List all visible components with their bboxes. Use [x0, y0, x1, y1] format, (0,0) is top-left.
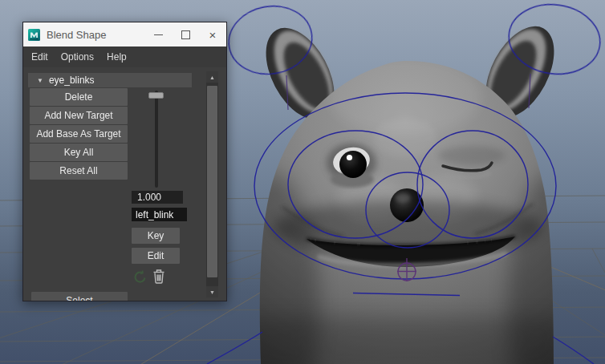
blend-shape-window: Blend Shape × Edit Options Help ▼ eye_bl…: [22, 22, 227, 301]
group-header-eye-blinks[interactable]: ▼ eye_blinks: [28, 73, 192, 87]
titlebar[interactable]: Blend Shape ×: [23, 22, 226, 47]
add-base-as-target-button[interactable]: Add Base As Target: [30, 125, 128, 143]
menu-help[interactable]: Help: [107, 47, 127, 67]
minimize-button[interactable]: [144, 22, 172, 47]
group-label: eye_blinks: [49, 75, 95, 86]
scrollbar-thumb[interactable]: [207, 86, 217, 277]
maya-app-icon: [28, 29, 40, 41]
body-control-arc-right: [553, 337, 594, 364]
select-button[interactable]: Select: [31, 292, 128, 301]
scrollbar[interactable]: ▲ ▼: [206, 71, 218, 297]
delete-button[interactable]: Delete: [30, 88, 128, 106]
eye-highlight: [347, 155, 352, 160]
maximize-button[interactable]: [172, 22, 199, 47]
menu-edit[interactable]: Edit: [31, 47, 48, 67]
reset-all-button[interactable]: Reset All: [30, 162, 128, 180]
key-button[interactable]: Key: [132, 228, 180, 244]
weight-value-field[interactable]: 1.000: [132, 191, 183, 204]
maya-viewport[interactable]: Blend Shape × Edit Options Help ▼ eye_bl…: [0, 0, 605, 364]
edit-button[interactable]: Edit: [132, 248, 180, 264]
refresh-icon[interactable]: [132, 269, 148, 285]
open-eye[interactable]: [327, 144, 376, 188]
scroll-up-icon[interactable]: ▲: [206, 71, 218, 83]
collapse-arrow-icon: ▼: [37, 77, 43, 84]
scroll-down-icon[interactable]: ▼: [206, 286, 218, 297]
nose[interactable]: [390, 188, 424, 222]
target-name-field[interactable]: left_blink: [132, 208, 187, 221]
trash-icon[interactable]: [151, 269, 167, 284]
character-mesh[interactable]: [223, 15, 596, 364]
weight-slider-thumb[interactable]: [148, 92, 164, 99]
weight-slider-track[interactable]: [155, 91, 158, 188]
add-new-target-button[interactable]: Add New Target: [30, 107, 128, 124]
close-button[interactable]: ×: [199, 22, 226, 47]
menu-options[interactable]: Options: [61, 47, 94, 67]
key-all-button[interactable]: Key All: [30, 144, 128, 161]
menubar: Edit Options Help: [23, 47, 226, 67]
window-title: Blend Shape: [47, 29, 144, 41]
body-control-arc-left: [207, 332, 262, 364]
